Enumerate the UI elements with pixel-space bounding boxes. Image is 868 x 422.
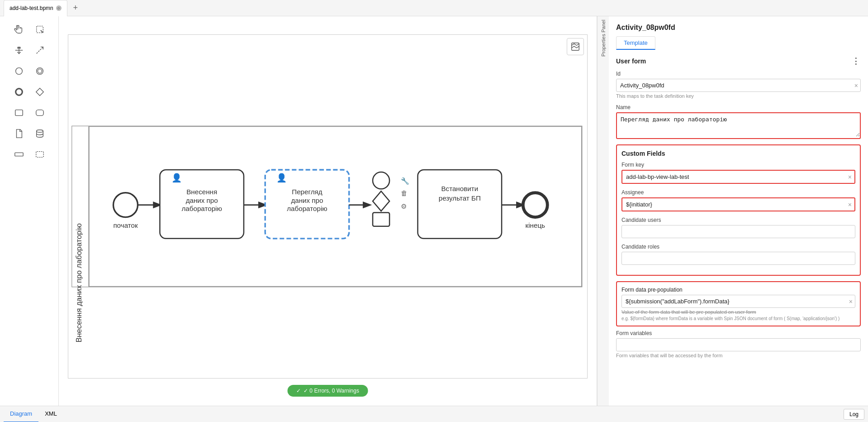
- form-vars-field-group: Form variables Form variables that will …: [616, 330, 861, 358]
- name-textarea[interactable]: Перегляд даних про лабораторію: [617, 113, 860, 137]
- prepop-input[interactable]: [621, 295, 855, 308]
- form-key-clear-button[interactable]: ×: [848, 173, 852, 181]
- db-tool-button[interactable]: [30, 124, 49, 143]
- svg-text:результат БП: результат БП: [439, 194, 481, 202]
- assignee-label: Assignee: [621, 189, 855, 196]
- form-key-field-group: Form key ×: [621, 162, 855, 184]
- id-field-group: Id × This maps to the task definition ke…: [616, 71, 861, 99]
- svg-text:Перегляд: Перегляд: [292, 188, 322, 196]
- rect-small-tool-button[interactable]: [9, 145, 28, 164]
- doc-tool-button[interactable]: [9, 124, 28, 143]
- candidate-roles-label: Candidate roles: [621, 244, 855, 250]
- diamond-tool-button[interactable]: [30, 82, 49, 101]
- move-tool-button[interactable]: [9, 41, 28, 60]
- svg-line-4: [36, 47, 43, 54]
- tab-label: add-lab-test.bpmn: [9, 5, 53, 11]
- file-tab[interactable]: add-lab-test.bpmn ○: [4, 0, 67, 16]
- id-sublabel: This maps to the task definition key: [616, 93, 861, 99]
- diagram-tab[interactable]: Diagram: [4, 406, 38, 422]
- double-circle-tool-button[interactable]: [30, 62, 49, 81]
- form-vars-label: Form variables: [616, 330, 861, 336]
- svg-text:кінець: кінець: [526, 221, 545, 229]
- id-input[interactable]: [616, 79, 861, 92]
- rect-rounded-tool-button[interactable]: [30, 103, 49, 122]
- svg-text:лабораторію: лабораторію: [181, 205, 222, 212]
- tab-close-icon[interactable]: ○: [56, 5, 62, 11]
- assignee-clear-button[interactable]: ×: [848, 201, 852, 208]
- candidate-users-input[interactable]: [621, 225, 855, 238]
- filled-circle-tool-button[interactable]: [9, 82, 28, 101]
- id-label: Id: [616, 71, 861, 77]
- prepop-label: Form data pre-population: [621, 287, 855, 293]
- toolbar-row-5: [2, 103, 57, 122]
- candidate-roles-wrap: [621, 252, 855, 265]
- xml-tab[interactable]: XML: [38, 406, 63, 422]
- assignee-input[interactable]: [622, 198, 854, 211]
- form-key-wrap: ×: [621, 170, 855, 184]
- toolbar-row-7: [2, 145, 57, 164]
- svg-rect-36: [373, 212, 389, 226]
- toolbar-row-2: [2, 41, 57, 60]
- minimap-button[interactable]: [567, 38, 584, 55]
- assignee-wrap: ×: [621, 197, 855, 211]
- name-field-wrap: Перегляд даних про лабораторію: [616, 112, 861, 139]
- circle-tool-button[interactable]: [9, 62, 28, 81]
- prepop-section: Form data pre-population × Value of the …: [616, 281, 861, 326]
- toolbar-row-1: [2, 20, 57, 39]
- svg-point-5: [15, 68, 22, 75]
- svg-text:🗑: 🗑: [401, 189, 408, 197]
- form-vars-input[interactable]: [616, 338, 861, 351]
- custom-fields-section: Custom Fields Form key × Assignee: [616, 144, 861, 276]
- properties-panel-side-label[interactable]: Properties Panel: [597, 16, 609, 406]
- svg-point-8: [15, 89, 22, 96]
- connect-tool-button[interactable]: [30, 41, 49, 60]
- prepop-sublabel2: e.g. ${formData} where formData is a var…: [621, 316, 855, 321]
- svg-text:👤: 👤: [276, 173, 287, 183]
- candidate-users-label: Candidate users: [621, 217, 855, 223]
- svg-rect-13: [14, 153, 23, 156]
- rect-tool-button[interactable]: [9, 103, 28, 122]
- prepop-sublabel: Value of the form data that will be pre …: [621, 309, 855, 315]
- lasso-tool-button[interactable]: [30, 20, 49, 39]
- form-vars-wrap: [616, 338, 861, 351]
- dashed-rect-tool-button[interactable]: [30, 145, 49, 164]
- form-vars-sublabel: Form variables that will be accessed by …: [616, 353, 861, 358]
- svg-rect-40: [418, 170, 502, 239]
- candidate-users-wrap: [621, 225, 855, 238]
- svg-text:⚙: ⚙: [401, 202, 407, 210]
- add-tab-button[interactable]: +: [69, 2, 82, 14]
- log-button[interactable]: Log: [844, 409, 864, 420]
- bottom-tabs: Diagram XML Log: [0, 406, 868, 422]
- prepop-clear-button[interactable]: ×: [849, 298, 853, 305]
- candidate-roles-field-group: Candidate roles: [621, 244, 855, 265]
- tab-bar: add-lab-test.bpmn ○ +: [0, 0, 868, 16]
- form-key-label: Form key: [621, 162, 855, 168]
- svg-text:🔧: 🔧: [401, 177, 409, 185]
- candidate-roles-input[interactable]: [621, 252, 855, 265]
- canvas-inner[interactable]: Внесення даних про лабораторію початок 👤…: [68, 34, 588, 379]
- svg-text:даних про: даних про: [186, 197, 218, 204]
- user-form-section-title: User form ⋮: [616, 56, 861, 66]
- svg-line-1: [40, 30, 43, 33]
- custom-fields-section-title: Custom Fields: [621, 150, 855, 157]
- section-more-icon[interactable]: ⋮: [852, 56, 861, 66]
- pan-tool-button[interactable]: [9, 20, 28, 39]
- svg-rect-14: [36, 152, 43, 158]
- properties-panel: Properties Panel Activity_08pw0fd Templa…: [597, 16, 868, 406]
- panel-title: Activity_08pw0fd: [616, 24, 861, 32]
- svg-text:лабораторію: лабораторію: [287, 205, 327, 212]
- svg-rect-11: [36, 110, 43, 116]
- toolbar-row-4: [2, 82, 57, 101]
- svg-point-12: [36, 130, 43, 133]
- id-clear-button[interactable]: ×: [854, 82, 858, 89]
- name-field-group: Name Перегляд даних про лабораторію: [616, 104, 861, 139]
- status-label: ✓ 0 Errors, 0 Warnings: [304, 388, 359, 394]
- name-label: Name: [616, 104, 861, 110]
- candidate-users-field-group: Candidate users: [621, 217, 855, 238]
- status-bar: ✓ ✓ 0 Errors, 0 Warnings: [287, 385, 368, 397]
- canvas-area[interactable]: Внесення даних про лабораторію початок 👤…: [59, 16, 597, 406]
- template-tab[interactable]: Template: [616, 36, 655, 50]
- toolbar-row-6: [2, 124, 57, 143]
- form-key-input[interactable]: [622, 171, 854, 183]
- toolbar-row-3: [2, 62, 57, 81]
